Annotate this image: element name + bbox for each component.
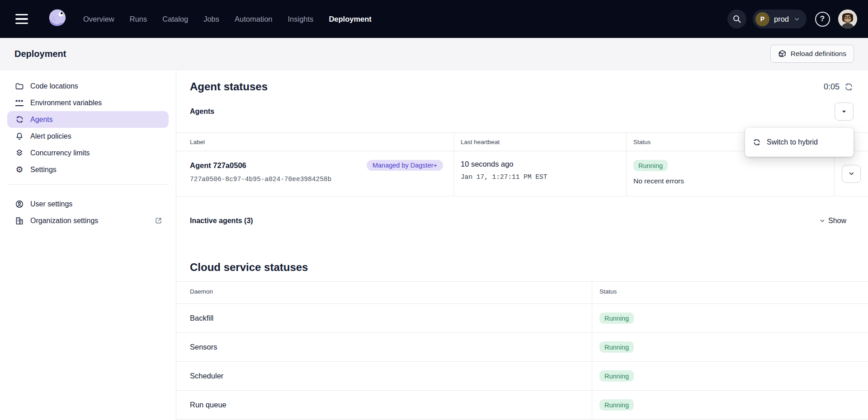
nav-item-overview[interactable]: Overview [83,15,114,23]
primary-nav: Overview Runs Catalog Jobs Automation In… [83,15,372,23]
column-header-label: Label [176,133,454,151]
sidebar-item-agents[interactable]: Agents [7,111,169,128]
agent-status-note: No recent errors [633,177,823,185]
gear-icon: ⚙ [15,165,24,174]
sidebar-item-alert-policies[interactable]: Alert policies [7,128,169,145]
agent-name[interactable]: Agent 727a0506 [190,161,246,170]
help-button[interactable]: ? [813,9,832,28]
refresh-countdown-value: 0:05 [824,82,840,92]
external-link-icon [155,217,162,224]
sidebar-item-organization-settings[interactable]: Organization settings [7,212,169,229]
agent-statuses-title: Agent statuses [190,80,268,93]
column-header-daemon: Daemon [176,282,592,303]
chevron-down-icon [793,16,800,23]
hamburger-menu-icon[interactable] [15,10,33,28]
column-header-last-heartbeat: Last heartbeat [454,133,626,151]
reload-package-icon [778,50,787,58]
sidebar-item-label: Environment variables [30,99,102,107]
daemon-name: Backfill [176,304,592,332]
reload-definitions-label: Reload definitions [791,50,846,58]
inactive-agents-label: Inactive agents (3) [190,217,253,225]
sidebar-item-code-locations[interactable]: Code locations [7,78,169,94]
daemon-status-badge: Running [599,370,634,382]
agents-dropdown-menu: Switch to hybrid [745,128,854,157]
user-circle-icon [15,200,24,209]
menu-item-label: Switch to hybrid [767,138,818,146]
sidebar-item-label: Concurrency limits [30,149,90,157]
reload-definitions-button[interactable]: Reload definitions [770,45,854,63]
nav-item-automation[interactable]: Automation [235,15,272,23]
daemon-name: Sensors [176,333,592,361]
menu-item-switch-to-hybrid[interactable]: Switch to hybrid [745,131,854,153]
deployment-name: prod [774,15,789,23]
page-title: Deployment [14,49,66,59]
heartbeat-timestamp: Jan 17, 1:27:11 PM EST [461,173,615,181]
search-button[interactable] [727,9,746,28]
sidebar-item-label: Agents [30,116,53,124]
daemon-row-run-queue: Run queue Running [176,390,868,419]
daemon-name: Scheduler [176,362,592,390]
sidebar-item-settings[interactable]: ⚙ Settings [7,161,169,178]
deployment-avatar: P [755,12,769,26]
daemon-name: Run queue [176,391,592,419]
show-inactive-agents-toggle[interactable]: Show [819,217,846,225]
bell-icon [15,132,24,141]
refresh-countdown[interactable]: 0:05 [824,82,854,92]
chevron-down-icon [819,218,826,224]
agents-main-panel: Agent statuses 0:05 Agents [176,70,868,420]
sidebar-item-label: User settings [30,200,72,208]
help-icon: ? [815,12,830,27]
agent-row-actions-button[interactable] [842,165,861,183]
daemon-row-backfill: Backfill Running [176,303,868,332]
agent-icon [15,115,24,124]
daemon-status-badge: Running [599,313,634,324]
nav-right-controls: P prod ? [727,9,857,28]
nav-item-catalog[interactable]: Catalog [162,15,188,23]
env-vars-icon: *** [15,98,24,107]
agent-id: 727a0506-8c97-4b95-a024-70ee3984258b [190,176,443,183]
daemon-status-badge: Running [599,399,634,411]
cloud-services-table: Daemon Status Backfill Running Sensors R… [176,281,868,420]
refresh-icon [844,82,854,92]
sidebar-item-label: Alert policies [30,132,71,140]
sidebar-item-user-settings[interactable]: User settings [7,196,169,212]
daemon-row-sensors: Sensors Running [176,332,868,361]
daemon-row-scheduler: Scheduler Running [176,361,868,390]
show-toggle-label: Show [828,217,846,225]
managed-by-dagster-badge: Managed by Dagster+ [367,160,443,171]
agents-menu-button[interactable] [835,103,854,121]
nav-item-runs[interactable]: Runs [130,15,147,23]
user-avatar[interactable] [838,9,857,28]
agent-icon [753,138,761,146]
agents-subsection-title: Agents [190,107,214,116]
nav-item-jobs[interactable]: Jobs [203,15,219,23]
agent-status-badge: Running [633,160,668,171]
sidebar-divider [7,184,169,185]
nav-item-deployment[interactable]: Deployment [329,15,371,23]
sidebar-item-label: Code locations [30,82,78,90]
sidebar-item-environment-variables[interactable]: *** Environment variables [7,94,169,111]
page-header: Deployment Reload definitions [0,38,868,70]
search-icon [732,14,741,23]
column-header-status: Status [592,282,868,303]
deployment-switcher[interactable]: P prod [753,9,807,28]
building-icon [15,216,24,225]
chevron-down-icon [848,170,855,177]
nav-item-insights[interactable]: Insights [288,15,314,23]
cloud-services-table-header: Daemon Status [176,282,868,303]
cloud-service-statuses-title: Cloud service statuses [190,261,854,274]
agent-row: Agent 727a0506 Managed by Dagster+ 727a0… [176,151,868,196]
heartbeat-relative: 10 seconds ago [461,160,615,168]
deployment-sidebar: Code locations *** Environment variables… [0,70,176,420]
sidebar-item-concurrency-limits[interactable]: Concurrency limits [7,145,169,161]
layers-icon [15,149,24,158]
caret-down-icon [841,109,847,114]
daemon-status-badge: Running [599,341,634,353]
top-nav: Overview Runs Catalog Jobs Automation In… [0,0,868,38]
sidebar-item-label: Settings [30,166,57,174]
folder-icon [15,82,24,91]
sidebar-item-label: Organization settings [30,217,98,225]
dagster-logo-icon[interactable] [46,8,69,30]
